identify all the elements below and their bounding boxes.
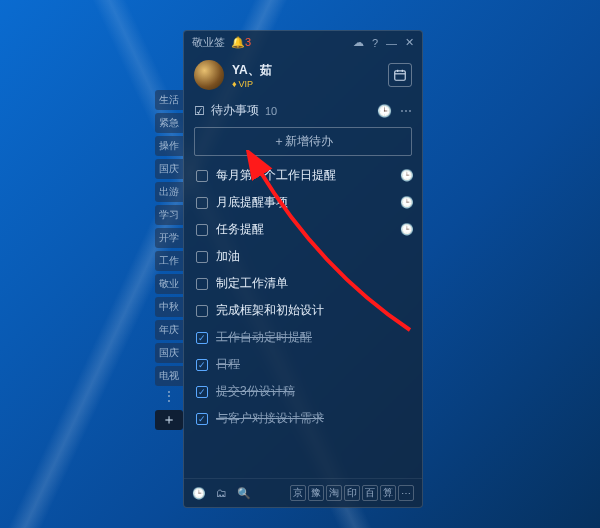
todo-item[interactable]: 制定工作清单 (194, 270, 416, 297)
todo-checkbox[interactable]: ✓ (196, 413, 208, 425)
section-header: ☑ 待办事项 10 🕒 ⋯ (184, 98, 422, 123)
todo-list: 每月第一个工作日提醒🕒月底提醒事项🕒任务提醒🕒加油制定工作清单完成框架和初始设计… (184, 162, 422, 478)
reminder-clock-icon[interactable]: 🕒 (400, 169, 414, 182)
footer-shortcut-chip[interactable]: 算 (380, 485, 396, 501)
side-tag[interactable]: 国庆 (155, 343, 183, 363)
todo-item[interactable]: 加油 (194, 243, 416, 270)
cloud-sync-icon[interactable]: ☁ (353, 36, 364, 49)
todo-text: 每月第一个工作日提醒 (216, 167, 392, 184)
side-tag[interactable]: 学习 (155, 205, 183, 225)
side-tag[interactable]: 工作 (155, 251, 183, 271)
section-title: 待办事项 (211, 102, 259, 119)
side-tag[interactable]: 敬业 (155, 274, 183, 294)
todo-checkbox[interactable] (196, 197, 208, 209)
side-tag[interactable]: 中秋 (155, 297, 183, 317)
todo-checkbox[interactable]: ✓ (196, 359, 208, 371)
footer-shortcut-chip[interactable]: 京 (290, 485, 306, 501)
todo-count: 10 (265, 105, 277, 117)
side-tag[interactable]: 年庆 (155, 320, 183, 340)
app-name: 敬业签 (192, 35, 225, 50)
todo-text: 日程 (216, 356, 414, 373)
reminder-clock-icon[interactable]: 🕒 (400, 223, 414, 236)
todo-checkbox[interactable] (196, 251, 208, 263)
todo-item[interactable]: 每月第一个工作日提醒🕒 (194, 162, 416, 189)
footer-shortcut-chip[interactable]: 印 (344, 485, 360, 501)
side-tag[interactable]: 生活 (155, 90, 183, 110)
footer-shortcut-chip[interactable]: 淘 (326, 485, 342, 501)
side-tag-strip: 生活紧急操作国庆出游学习开学工作敬业中秋年庆国庆电视⋮＋ (155, 90, 183, 430)
side-tag[interactable]: 出游 (155, 182, 183, 202)
side-tag[interactable]: 紧急 (155, 113, 183, 133)
todo-item[interactable]: 任务提醒🕒 (194, 216, 416, 243)
avatar[interactable] (194, 60, 224, 90)
section-clock-icon[interactable]: 🕒 (377, 104, 392, 118)
footer-shortcut-chip[interactable]: 百 (362, 485, 378, 501)
todo-item[interactable]: ✓日程 (194, 351, 416, 378)
svg-rect-0 (395, 71, 406, 80)
todo-section-icon: ☑ (194, 104, 205, 118)
user-row: YA、茹 ♦VIP (184, 54, 422, 98)
todo-checkbox[interactable] (196, 170, 208, 182)
footer-archive-icon[interactable]: 🗂 (216, 487, 227, 500)
side-tag[interactable]: 国庆 (155, 159, 183, 179)
side-tag[interactable]: 电视 (155, 366, 183, 386)
vip-badge: ♦VIP (232, 79, 272, 89)
footer-shortcut-chip[interactable]: 豫 (308, 485, 324, 501)
footer-more-icon[interactable]: ⋯ (398, 485, 414, 501)
todo-checkbox[interactable] (196, 278, 208, 290)
side-tag[interactable]: 开学 (155, 228, 183, 248)
title-bar: 敬业签 🔔3 ☁ ? — ✕ (184, 31, 422, 54)
todo-text: 工作自动定时提醒 (216, 329, 414, 346)
close-icon[interactable]: ✕ (405, 36, 414, 49)
footer-search-icon[interactable]: 🔍 (237, 487, 251, 500)
user-name: YA、茹 (232, 62, 272, 79)
reminder-clock-icon[interactable]: 🕒 (400, 196, 414, 209)
todo-item[interactable]: ✓与客户对接设计需求 (194, 405, 416, 432)
calendar-button[interactable] (388, 63, 412, 87)
notification-badge[interactable]: 🔔3 (231, 36, 251, 49)
section-more-icon[interactable]: ⋯ (400, 104, 412, 118)
footer-bar: 🕒🗂🔍 京豫淘印百算⋯ (184, 478, 422, 507)
todo-checkbox[interactable] (196, 224, 208, 236)
minimize-icon[interactable]: — (386, 37, 397, 49)
todo-item[interactable]: ✓提交3份设计稿 (194, 378, 416, 405)
todo-text: 制定工作清单 (216, 275, 414, 292)
side-add-button[interactable]: ＋ (155, 410, 183, 430)
side-tag[interactable]: 操作 (155, 136, 183, 156)
help-icon[interactable]: ? (372, 37, 378, 49)
todo-item[interactable]: 月底提醒事项🕒 (194, 189, 416, 216)
todo-text: 完成框架和初始设计 (216, 302, 414, 319)
todo-text: 月底提醒事项 (216, 194, 392, 211)
add-todo-button[interactable]: ＋新增待办 (194, 127, 412, 156)
todo-checkbox[interactable]: ✓ (196, 386, 208, 398)
todo-text: 提交3份设计稿 (216, 383, 414, 400)
todo-text: 与客户对接设计需求 (216, 410, 414, 427)
footer-time-icon[interactable]: 🕒 (192, 487, 206, 500)
todo-text: 任务提醒 (216, 221, 392, 238)
todo-text: 加油 (216, 248, 414, 265)
todo-checkbox[interactable]: ✓ (196, 332, 208, 344)
side-more-icon[interactable]: ⋮ (155, 389, 183, 407)
todo-item[interactable]: 完成框架和初始设计 (194, 297, 416, 324)
todo-checkbox[interactable] (196, 305, 208, 317)
todo-item[interactable]: ✓工作自动定时提醒 (194, 324, 416, 351)
app-panel: 敬业签 🔔3 ☁ ? — ✕ YA、茹 ♦VIP ☑ 待办事项 10 🕒 (183, 30, 423, 508)
